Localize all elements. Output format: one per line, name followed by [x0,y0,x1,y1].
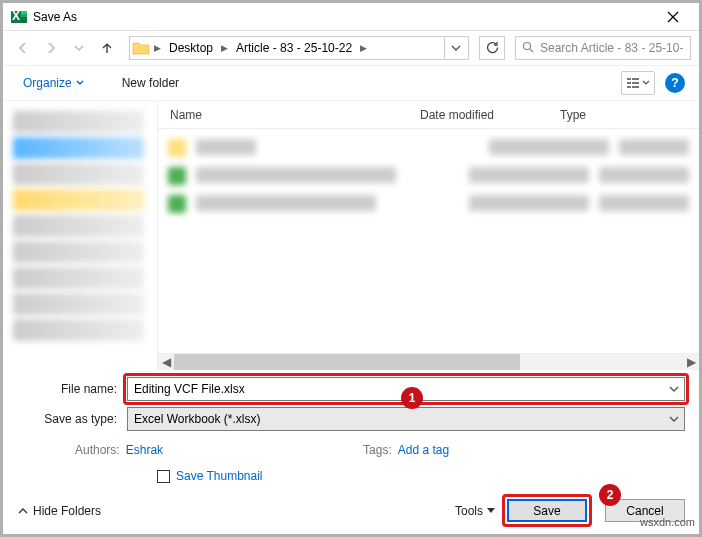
file-name-label: File name: [17,382,127,396]
breadcrumb-desktop[interactable]: Desktop [163,37,219,59]
svg-point-8 [524,42,531,49]
refresh-button[interactable] [479,36,505,60]
breadcrumb-bar[interactable]: ▶ Desktop ▶ Article - 83 - 25-10-22 ▶ [129,36,469,60]
folder-icon [132,39,150,57]
tools-button[interactable]: Tools [455,504,495,518]
svg-rect-5 [21,20,27,23]
annotation-badge-1: 1 [401,387,423,409]
scroll-track[interactable] [174,354,683,370]
chevron-down-icon [76,79,84,87]
breadcrumb-dropdown[interactable] [444,36,466,60]
excel-app-icon: X [11,9,27,25]
file-name-row: File name: [17,377,685,401]
help-button[interactable]: ? [665,73,685,93]
footer-row: Hide Folders Tools Save Cancel [17,491,685,522]
save-thumbnail-row: Save Thumbnail [17,461,685,491]
search-icon [522,41,534,56]
svg-rect-4 [21,17,27,20]
arrow-up-icon [100,41,114,55]
save-as-type-row: Save as type: Excel Workbook (*.xlsx) [17,407,685,431]
watermark: wsxdn.com [640,516,695,528]
chevron-up-icon [17,505,29,517]
chevron-down-icon [451,43,461,53]
metadata-row: Authors: Eshrak Tags: Add a tag [17,437,685,461]
save-type-select[interactable]: Excel Workbook (*.xlsx) [127,407,685,431]
search-input[interactable]: Search Article - 83 - 25-10-22 [515,36,691,60]
column-header-type[interactable]: Type [560,108,640,122]
sidebar-item[interactable] [13,189,144,211]
navigation-pane[interactable] [3,101,158,369]
svg-rect-11 [627,82,631,84]
chevron-right-icon: ▶ [219,43,230,53]
back-button[interactable] [11,36,35,60]
svg-rect-15 [632,86,639,88]
horizontal-scrollbar[interactable]: ◀ ▶ [158,353,699,369]
hide-folders-button[interactable]: Hide Folders [17,504,101,518]
organize-button[interactable]: Organize [17,72,90,94]
tags-value[interactable]: Add a tag [398,443,449,457]
sidebar-item[interactable] [13,163,144,185]
save-thumbnail-checkbox[interactable] [157,470,170,483]
save-as-dialog: X Save As ▶ Desktop ▶ Article - 83 - 25-… [0,0,702,537]
scroll-left-icon[interactable]: ◀ [158,354,174,370]
toolbar: Organize New folder ? [3,65,699,101]
sidebar-item[interactable] [13,319,144,341]
svg-rect-14 [632,82,639,84]
svg-line-9 [530,49,533,52]
close-button[interactable] [651,3,695,31]
sidebar-item[interactable] [13,293,144,315]
svg-rect-10 [627,78,631,80]
breadcrumb-folder[interactable]: Article - 83 - 25-10-22 [230,37,358,59]
file-list-panel: Name Date modified Type [158,101,699,369]
view-list-icon [626,76,640,90]
save-button[interactable]: Save [507,499,587,522]
dialog-title: Save As [33,10,77,24]
list-item[interactable] [168,167,689,191]
column-headers: Name Date modified Type [158,101,699,129]
title-bar: X Save As [3,3,699,31]
chevron-right-icon: ▶ [152,43,163,53]
annotation-badge-2: 2 [599,484,621,506]
view-options-button[interactable] [621,71,655,95]
chevron-right-icon: ▶ [358,43,369,53]
body-area: Name Date modified Type [3,101,699,369]
svg-rect-13 [632,78,639,80]
navigation-row: ▶ Desktop ▶ Article - 83 - 25-10-22 ▶ Se… [3,31,699,65]
arrow-right-icon [44,41,58,55]
svg-rect-3 [21,14,27,17]
arrow-left-icon [16,41,30,55]
new-folder-button[interactable]: New folder [116,72,185,94]
save-thumbnail-label[interactable]: Save Thumbnail [176,469,263,483]
column-header-date[interactable]: Date modified [420,108,560,122]
chevron-down-icon [487,507,495,515]
up-button[interactable] [95,36,119,60]
svg-rect-2 [21,11,27,14]
scroll-right-icon[interactable]: ▶ [683,354,699,370]
sidebar-item[interactable] [13,267,144,289]
file-list[interactable] [158,129,699,353]
scroll-thumb[interactable] [174,354,520,370]
list-item[interactable] [168,139,689,163]
tags-label: Tags: [363,443,392,457]
authors-label: Authors: [75,443,120,457]
save-type-label: Save as type: [17,412,127,426]
forward-button[interactable] [39,36,63,60]
sidebar-item[interactable] [13,215,144,237]
refresh-icon [485,41,499,55]
chevron-down-icon [74,43,84,53]
column-header-name[interactable]: Name [170,108,420,122]
search-placeholder: Search Article - 83 - 25-10-22 [540,41,684,55]
chevron-down-icon [642,79,650,87]
list-item[interactable] [168,195,689,219]
bottom-panel: File name: Save as type: Excel Workbook … [3,369,699,534]
svg-text:X: X [12,9,20,23]
close-icon [667,11,679,23]
sidebar-item[interactable] [13,241,144,263]
recent-button[interactable] [67,36,91,60]
sidebar-item[interactable] [13,137,144,159]
authors-value[interactable]: Eshrak [126,443,163,457]
sidebar-item[interactable] [13,111,144,133]
svg-rect-12 [627,86,631,88]
